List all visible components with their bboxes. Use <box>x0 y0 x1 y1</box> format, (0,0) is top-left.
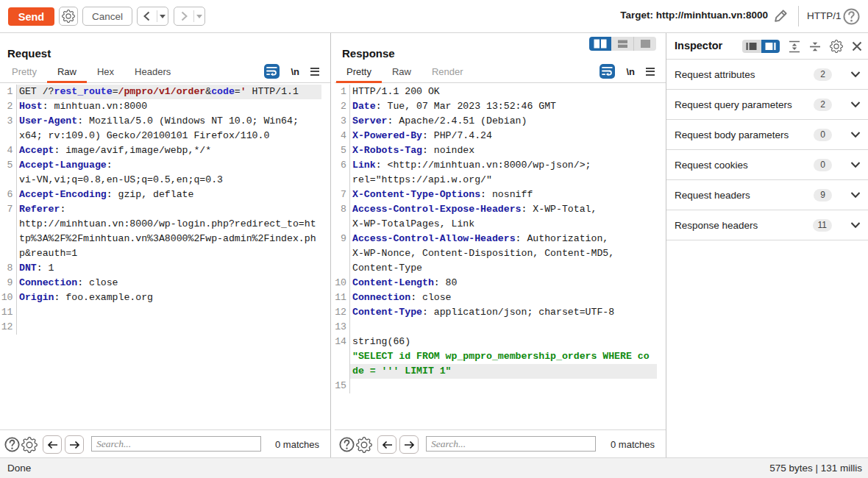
editor-line[interactable]: X-Robots-Tag: noindex <box>350 143 657 158</box>
response-tab-render[interactable]: Render <box>421 61 474 82</box>
request-tab-hex[interactable]: Hex <box>87 61 124 82</box>
editor-line[interactable] <box>350 320 657 335</box>
search-help-icon[interactable] <box>339 437 355 452</box>
editor-line[interactable]: DNT: 1 <box>17 261 321 276</box>
editor-line[interactable]: Server: Apache/2.4.51 (Debian) <box>350 114 657 129</box>
inspector-section-response-headers[interactable]: Response headers11 <box>666 210 868 240</box>
inspector-close-button[interactable] <box>852 41 862 51</box>
search-next-button[interactable] <box>65 435 84 454</box>
editor-line[interactable]: HTTP/1.1 200 OK <box>350 85 657 99</box>
editor-line[interactable]: Accept-Encoding: gzip, deflate <box>17 188 321 202</box>
inspector-section-request-query-parameters[interactable]: Request query parameters2 <box>666 90 868 120</box>
editor-line[interactable]: Link: <http://minhtuan.vn:8000/wp-json/>… <box>350 158 657 173</box>
editor-line[interactable]: Accept: image/avif,image/webp,*/* <box>17 143 321 158</box>
inspector-section-request-body-parameters[interactable]: Request body parameters0 <box>666 120 868 150</box>
editor-line[interactable]: X-WP-Nonce, Content-Disposition, Content… <box>350 246 657 261</box>
editor-line[interactable]: GET /?rest_route=/pmpro/v1/order&code=' … <box>17 85 321 99</box>
search-help-icon[interactable] <box>4 437 20 452</box>
editor-row: 1GET /?rest_route=/pmpro/v1/order&code='… <box>0 85 330 99</box>
editor-line[interactable]: Access-Control-Allow-Headers: Authorizat… <box>350 232 657 246</box>
editor-line[interactable]: Content-Type: application/json; charset=… <box>350 305 657 320</box>
request-tab-headers[interactable]: Headers <box>124 61 181 82</box>
inspector-section-request-cookies[interactable]: Request cookies0 <box>666 150 868 180</box>
editor-line[interactable] <box>17 305 321 320</box>
history-forward-dropdown[interactable] <box>194 7 204 25</box>
search-settings-icon[interactable] <box>21 437 38 453</box>
layout-single-button[interactable] <box>634 37 656 51</box>
section-label: Request body parameters <box>675 129 814 140</box>
editor-line[interactable]: http://minhtuan.vn:8000/wp-login.php?red… <box>17 217 321 232</box>
collapse-all-button[interactable] <box>809 40 821 53</box>
history-back-dropdown[interactable] <box>157 7 168 25</box>
editor-line[interactable]: X-WP-TotalPages, Link <box>350 217 657 232</box>
editor-line[interactable]: p&reauth=1 <box>17 246 321 261</box>
editor-line[interactable]: vi-VN,vi;q=0.8,en-US;q=0.5,en;q=0.3 <box>17 173 321 188</box>
menu-icon[interactable] <box>310 68 319 76</box>
search-prev-button[interactable] <box>377 435 396 454</box>
line-number: 8 <box>335 202 350 217</box>
layout-columns-button[interactable] <box>589 37 611 51</box>
editor-line[interactable]: Content-Type <box>350 261 657 276</box>
request-tab-pretty[interactable]: Pretty <box>1 61 47 82</box>
send-button[interactable]: Send <box>8 7 54 26</box>
inspector-settings-button[interactable] <box>830 40 843 53</box>
newline-toggle[interactable]: \n <box>626 66 635 77</box>
editor-line[interactable]: Content-Length: 80 <box>350 276 657 290</box>
search-input[interactable] <box>91 436 261 452</box>
editor-line[interactable]: Accept-Language: <box>17 158 321 173</box>
editor-line[interactable]: X-Powered-By: PHP/7.4.24 <box>350 129 657 143</box>
history-back-button[interactable] <box>137 7 168 26</box>
http-version-label[interactable]: HTTP/1 <box>807 10 842 21</box>
line-number: 2 <box>335 99 350 114</box>
search-input[interactable] <box>426 436 596 452</box>
editor-line[interactable] <box>17 320 321 335</box>
response-editor[interactable]: 1HTTP/1.1 200 OK2Date: Tue, 07 Mar 2023 … <box>335 83 666 429</box>
dock-right-button[interactable] <box>761 40 780 53</box>
editor-line[interactable]: tp%3A%2F%2Fminhtuan.vn%3A8000%2Fwp-admin… <box>17 232 321 246</box>
editor-line[interactable]: Referer: <box>17 202 321 217</box>
count-badge: 9 <box>814 189 832 201</box>
search-prev-button[interactable] <box>43 435 62 454</box>
editor-row: 6Accept-Encoding: gzip, deflate <box>0 188 330 202</box>
help-button[interactable] <box>843 8 860 25</box>
close-icon <box>852 41 862 51</box>
editor-line[interactable]: Connection: close <box>350 290 657 305</box>
inspector-section-request-headers[interactable]: Request headers9 <box>666 180 868 210</box>
chevron-down-icon <box>850 189 861 201</box>
request-editor[interactable]: 1GET /?rest_route=/pmpro/v1/order&code='… <box>0 83 330 429</box>
search-next-button[interactable] <box>399 435 419 454</box>
editor-line[interactable]: Host: minhtuan.vn:8000 <box>17 99 321 114</box>
editor-line[interactable]: Origin: foo.example.org <box>17 290 321 305</box>
count-badge: 0 <box>814 129 832 141</box>
dock-left-button[interactable] <box>742 40 761 53</box>
editor-line[interactable]: Date: Tue, 07 Mar 2023 13:52:46 GMT <box>350 99 657 114</box>
history-forward-button[interactable] <box>174 7 205 26</box>
newline-toggle[interactable]: \n <box>291 66 299 77</box>
line-number <box>0 217 17 232</box>
editor-line[interactable]: string(66) <box>350 335 657 349</box>
editor-line[interactable] <box>350 379 657 393</box>
editor-line[interactable]: User-Agent: Mozilla/5.0 (Windows NT 10.0… <box>17 114 321 129</box>
layout-rows-button[interactable] <box>611 37 633 51</box>
editor-line[interactable]: "SELECT id FROM wp_pmpro_membership_orde… <box>350 349 657 364</box>
word-wrap-toggle[interactable] <box>264 64 280 79</box>
editor-line[interactable]: Connection: close <box>17 276 321 290</box>
response-tab-pretty[interactable]: Pretty <box>336 61 382 82</box>
editor-line[interactable]: de = ''' LIMIT 1" <box>350 364 657 379</box>
editor-row: 9Access-Control-Allow-Headers: Authoriza… <box>335 232 666 246</box>
response-tab-raw[interactable]: Raw <box>382 61 421 82</box>
inspector-section-request-attributes[interactable]: Request attributes2 <box>666 60 868 90</box>
cancel-button[interactable]: Cancel <box>82 7 132 26</box>
editor-line[interactable]: X-Content-Type-Options: nosniff <box>350 188 657 202</box>
edit-target-button[interactable] <box>773 7 791 24</box>
word-wrap-toggle[interactable] <box>600 64 615 79</box>
send-settings-button[interactable] <box>59 7 78 26</box>
request-tab-raw[interactable]: Raw <box>47 61 87 82</box>
menu-icon[interactable] <box>646 68 655 76</box>
editor-row: http://minhtuan.vn:8000/wp-login.php?red… <box>0 217 330 232</box>
search-settings-icon[interactable] <box>356 437 372 453</box>
editor-line[interactable]: Access-Control-Expose-Headers: X-WP-Tota… <box>350 202 657 217</box>
expand-all-button[interactable] <box>789 40 800 53</box>
editor-line[interactable]: x64; rv:109.0) Gecko/20100101 Firefox/11… <box>17 129 321 143</box>
editor-line[interactable]: rel="https://api.w.org/" <box>350 173 657 188</box>
